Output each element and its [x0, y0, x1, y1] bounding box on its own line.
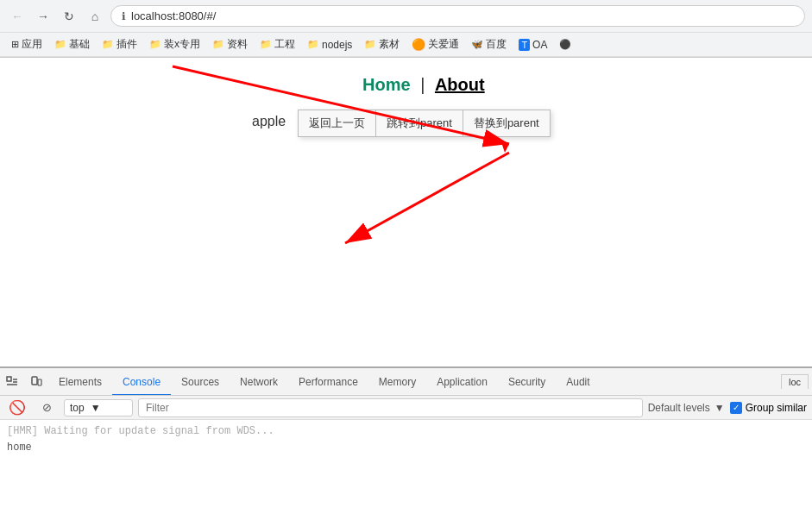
browser-chrome: ← → ↻ ⌂ ℹ localhost:8080/#/ ⊞ 应用 📁 基础 📁 …: [0, 0, 812, 58]
filter-input[interactable]: [138, 398, 643, 417]
bookmark-label: OA: [532, 39, 547, 51]
bookmark-label: 百度: [486, 37, 507, 52]
bookmark-nodejs[interactable]: 📁 nodejs: [303, 37, 356, 53]
back-button[interactable]: ←: [7, 6, 28, 27]
devtools-toolbar: 🚫 ⊘ top ▼ Default levels ▼ ✓ Group simil…: [0, 396, 812, 420]
bookmark-label: 工程: [274, 37, 295, 52]
tab-network[interactable]: Network: [230, 368, 288, 396]
tab-elements[interactable]: Elements: [48, 368, 112, 396]
bookmark-zhuangx[interactable]: 📁 装x专用: [145, 35, 205, 53]
tab-memory[interactable]: Memory: [368, 368, 426, 396]
lock-icon: ℹ: [122, 10, 126, 22]
console-line-home: home: [7, 440, 805, 456]
levels-label: Default levels: [648, 402, 710, 414]
loc-badge: loc: [781, 374, 809, 389]
url-text: localhost:8080/#/: [131, 9, 216, 22]
folder-icon: 📁: [54, 39, 66, 50]
tab-security[interactable]: Security: [498, 368, 556, 396]
refresh-button[interactable]: ↻: [59, 6, 79, 27]
bookmark-label: 装x专用: [164, 37, 200, 52]
github-icon: ⚫: [559, 39, 571, 50]
nav-separator: |: [420, 75, 425, 94]
bookmark-baidu[interactable]: 🦋 百度: [467, 35, 511, 53]
bookmark-github[interactable]: ⚫: [555, 37, 576, 52]
page-navigation: Home | About: [362, 75, 485, 95]
svg-marker-3: [500, 140, 509, 153]
levels-dropdown[interactable]: Default levels ▼: [648, 402, 725, 414]
tab-application[interactable]: Application: [426, 368, 498, 396]
levels-chevron: ▼: [714, 402, 725, 414]
svg-rect-9: [38, 379, 41, 385]
tab-console[interactable]: Console: [112, 368, 171, 396]
bookmark-guiaitong[interactable]: 🟠 关爱通: [407, 35, 463, 53]
svg-line-2: [345, 153, 509, 243]
bookmark-basics[interactable]: 📁 基础: [50, 35, 94, 53]
devtools-clear-button[interactable]: 🚫: [7, 398, 28, 418]
context-menu-replace-parent[interactable]: 替换到parent: [463, 110, 550, 136]
dropdown-icon: ▼: [91, 402, 101, 414]
bookmark-materials[interactable]: 📁 素材: [360, 35, 404, 53]
folder-icon: 📁: [307, 39, 319, 50]
browser-toolbar: ← → ↻ ⌂ ℹ localhost:8080/#/: [0, 0, 812, 33]
page-content: Home | About apple 返回上一页 跳转到parent 替换到pa…: [0, 58, 812, 316]
forward-button[interactable]: →: [33, 6, 54, 27]
bookmark-apps[interactable]: ⊞ 应用: [7, 35, 47, 53]
context-menu-back[interactable]: 返回上一页: [299, 110, 376, 136]
baidu-icon: 🦋: [471, 39, 483, 50]
bookmark-label: 资料: [227, 37, 248, 52]
tab-performance[interactable]: Performance: [288, 368, 368, 396]
svg-rect-4: [7, 377, 11, 381]
console-line-hmr: [HMR] Waiting for update signal from WDS…: [7, 423, 805, 440]
address-bar[interactable]: ℹ localhost:8080/#/: [110, 5, 805, 27]
bookmark-label: nodejs: [322, 39, 352, 51]
devtools-panel: Elements Console Sources Network Perform…: [0, 366, 812, 526]
bookmark-label: 关爱通: [428, 37, 459, 52]
tab-audit[interactable]: Audit: [556, 368, 600, 396]
folder-icon: 📁: [260, 39, 272, 50]
bookmark-oa[interactable]: T OA: [514, 37, 551, 53]
folder-icon: 📁: [102, 39, 114, 50]
bookmark-label: 基础: [69, 37, 90, 52]
annotation-arrow: [0, 58, 812, 316]
apple-text: apple: [252, 114, 286, 129]
oa-icon: T: [519, 39, 530, 51]
context-value: top: [70, 402, 85, 414]
about-link[interactable]: About: [435, 75, 485, 94]
context-menu: 返回上一页 跳转到parent 替换到parent: [298, 110, 551, 137]
svg-rect-8: [32, 377, 37, 385]
default-levels: Default levels ▼: [648, 402, 725, 414]
group-similar-control: ✓ Group similar: [730, 402, 807, 414]
home-link[interactable]: Home: [362, 75, 411, 94]
folder-icon: 📁: [364, 39, 376, 50]
folder-icon: 📁: [149, 39, 161, 50]
group-similar-checkbox[interactable]: ✓: [730, 402, 742, 414]
bookmark-label: 插件: [116, 37, 137, 52]
bookmark-projects[interactable]: 📁 工程: [255, 35, 299, 53]
bookmark-data[interactable]: 📁 资料: [208, 35, 252, 53]
group-similar-label: Group similar: [746, 402, 807, 414]
devtools-filter-button[interactable]: ⊘: [36, 398, 57, 418]
bookmark-plugins[interactable]: 📁 插件: [98, 35, 142, 53]
bookmarks-bar: ⊞ 应用 📁 基础 📁 插件 📁 装x专用 📁 资料 📁 工程 📁 nodejs: [0, 33, 812, 57]
bookmark-label: 应用: [22, 37, 42, 52]
devtools-inspect-button[interactable]: [2, 372, 22, 392]
devtools-tabs: Elements Console Sources Network Perform…: [0, 368, 812, 396]
bookmark-label: 素材: [379, 37, 400, 52]
apps-icon: ⊞: [11, 39, 19, 50]
folder-icon: 📁: [212, 39, 224, 50]
tab-sources[interactable]: Sources: [171, 368, 230, 396]
context-menu-goto-parent[interactable]: 跳转到parent: [376, 110, 463, 136]
brand-icon: 🟠: [412, 38, 425, 51]
console-output: [HMR] Waiting for update signal from WDS…: [0, 420, 812, 526]
context-selector[interactable]: top ▼: [64, 399, 133, 416]
home-button[interactable]: ⌂: [85, 6, 105, 27]
devtools-device-button[interactable]: [26, 372, 47, 392]
